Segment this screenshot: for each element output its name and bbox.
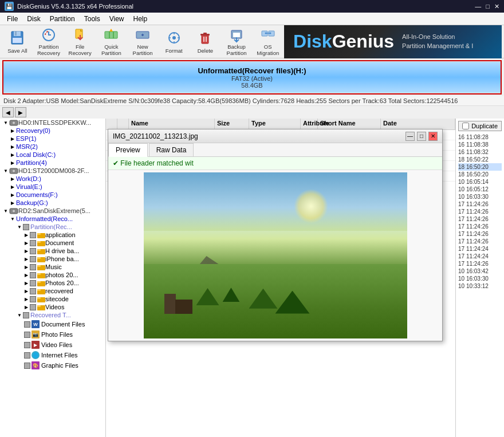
modal-titlebar: IMG_20211002_113213.jpg — □ ✕ — [108, 129, 442, 143]
modal-overlay: IMG_20211002_113213.jpg — □ ✕ Preview Ra… — [0, 0, 504, 437]
modal-status-bar: ✔ File header matched wit — [108, 157, 442, 170]
sky-layer — [144, 172, 407, 231]
tab-rawdata[interactable]: Raw Data — [149, 143, 194, 156]
building-silhouette — [164, 294, 176, 314]
preview-image — [144, 172, 407, 338]
sun-glow — [294, 189, 328, 223]
modal-tabs: Preview Raw Data — [108, 143, 442, 157]
modal-maximize-button[interactable]: □ — [417, 132, 426, 141]
building-2 — [175, 300, 192, 314]
modal-dialog: IMG_20211002_113213.jpg — □ ✕ Preview Ra… — [108, 129, 443, 341]
modal-preview-area — [108, 170, 442, 341]
tab-preview[interactable]: Preview — [108, 143, 148, 157]
modal-title: IMG_20211002_113213.jpg — [113, 132, 405, 140]
modal-minimize-button[interactable]: — — [405, 132, 415, 141]
modal-status-text: ✔ File header matched wit — [113, 159, 194, 167]
modal-close-button[interactable]: ✕ — [428, 132, 438, 141]
modal-window-buttons: — □ ✕ — [405, 132, 438, 141]
